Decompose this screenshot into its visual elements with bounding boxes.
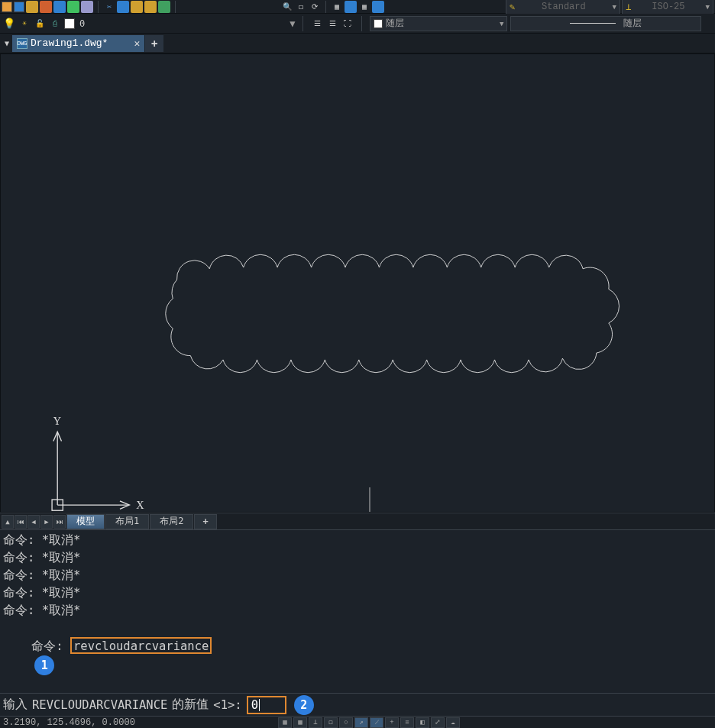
linetype-dropdown[interactable]: 随层: [510, 16, 701, 31]
status-coords: 3.2190, 125.4696, 0.0000: [3, 717, 135, 728]
cloud-icon[interactable]: ☁: [446, 717, 460, 728]
polar-toggle-icon[interactable]: ◻: [324, 717, 338, 728]
prompt-varname: REVCLOUDARCVARIANCE: [32, 698, 167, 712]
layout-nav-next[interactable]: ▶: [40, 515, 53, 529]
swatch-icon[interactable]: [14, 2, 24, 12]
layer-tool-icon[interactable]: ☰: [326, 18, 338, 30]
layout-nav-last[interactable]: ⏭: [53, 515, 66, 529]
command-input[interactable]: 0: [247, 696, 286, 714]
lock-icon[interactable]: 🔓: [34, 18, 46, 30]
new-tab-button[interactable]: +: [145, 35, 163, 52]
typed-command-highlight: revcloudarcvariance: [70, 637, 212, 654]
prompt-default: <1>:: [213, 698, 241, 712]
lineweight-icon[interactable]: ≡: [400, 717, 414, 728]
dyn-toggle-icon[interactable]: ⟋: [370, 717, 383, 728]
svg-text:Y: Y: [53, 415, 61, 427]
text-style-value: Standard: [542, 2, 586, 12]
svg-text:X: X: [136, 499, 144, 511]
dim-style-dropdown[interactable]: ⟂ ISO-25 ▼: [622, 0, 713, 15]
layer-tool-icon[interactable]: ☰: [311, 18, 323, 30]
command-input-value: 0: [251, 698, 258, 712]
separator: [98, 1, 99, 13]
layout-nav-first[interactable]: ⏮: [15, 515, 27, 529]
tool-icon[interactable]: ⟳: [309, 1, 321, 13]
color-dropdown[interactable]: 随层 ▼: [370, 16, 507, 31]
annotation-badge-1: 1: [34, 655, 54, 675]
color-label: 随层: [386, 17, 404, 30]
file-tab-bar: ▼ DWG Drawing1.dwg* ✕ +: [0, 34, 715, 53]
crosshair-icon: [337, 487, 403, 512]
prompt-prefix: 输入: [3, 697, 28, 713]
separator: [361, 16, 362, 31]
otrack-toggle-icon[interactable]: ↗: [354, 717, 368, 728]
tool-icon[interactable]: [117, 1, 129, 13]
zoom-icon[interactable]: 🔍: [281, 1, 293, 13]
separator: [302, 16, 303, 31]
annotation-badge-2: 2: [294, 695, 314, 715]
status-toggle-icons: ▦ ▦ ⊥ ◻ ○ ↗ ⟋ + ≡ ◧ ⤢ ☁: [278, 717, 460, 728]
command-input-bar[interactable]: 输入 REVCLOUDARCVARIANCE 的新值 <1>: 0 2: [0, 693, 715, 716]
tool-icon[interactable]: [144, 1, 157, 13]
ortho-toggle-icon[interactable]: ⊥: [309, 717, 322, 728]
prompt-midtext: 的新值: [172, 697, 209, 713]
linetype-label: 随层: [623, 17, 642, 30]
lightbulb-icon[interactable]: 💡: [3, 18, 15, 30]
lwt-toggle-icon[interactable]: +: [385, 717, 399, 728]
tool-icon[interactable]: [53, 1, 66, 13]
history-line: 命令: *取消*: [3, 567, 712, 584]
tool-icon[interactable]: [372, 1, 384, 13]
layout-nav-up[interactable]: ▲: [2, 515, 14, 529]
tab-layout2[interactable]: 布局2: [150, 514, 193, 529]
history-line: 命令: *取消*: [3, 549, 712, 567]
file-tab-name: Drawing1.dwg*: [31, 37, 108, 49]
snap-toggle-icon[interactable]: ▦: [293, 717, 307, 728]
tool-icon[interactable]: [26, 1, 38, 13]
revision-cloud: [166, 254, 620, 372]
status-bar: 3.2190, 125.4696, 0.0000 ▦ ▦ ⊥ ◻ ○ ↗ ⟋ +…: [0, 716, 715, 728]
tab-layout1[interactable]: 布局1: [105, 514, 149, 529]
osnap-toggle-icon[interactable]: ○: [339, 717, 353, 728]
tool-icon[interactable]: [345, 1, 357, 13]
layer-name: 0: [79, 18, 85, 29]
toolbar-top: ✂ 🔍 ◻ ⟳ ▦ ▦ ✎ Standard ▼ ⟂ ISO-25 ▼: [0, 0, 715, 14]
drawing-canvas[interactable]: Y X: [0, 53, 715, 513]
file-tab-active[interactable]: DWG Drawing1.dwg* ✕: [12, 35, 144, 52]
linetype-preview: [570, 23, 616, 24]
canvas-svg: Y X: [1, 54, 714, 512]
command-history: 命令: *取消* 命令: *取消* 命令: *取消* 命令: *取消* 命令: …: [0, 529, 715, 693]
print-icon[interactable]: ⎙: [49, 18, 61, 30]
tool-icon[interactable]: [67, 1, 79, 13]
tab-list-toggle[interactable]: ▼: [2, 38, 12, 49]
grid-toggle-icon[interactable]: ▦: [278, 717, 292, 728]
separator: [175, 1, 176, 13]
swatch-icon[interactable]: [2, 2, 12, 12]
tab-model[interactable]: 模型: [66, 514, 105, 529]
tool-icon[interactable]: ▦: [331, 1, 343, 13]
tab-add-layout[interactable]: +: [194, 514, 216, 529]
tool-icon[interactable]: [40, 1, 52, 13]
tool-icon[interactable]: [158, 1, 170, 13]
sun-icon[interactable]: ☀: [18, 18, 31, 30]
history-line-typed: 命令: revcloudarcvariance 1: [3, 620, 712, 693]
layout-tab-bar: ▲ ⏮ ◀ ▶ ⏭ 模型 布局1 布局2 +: [0, 513, 715, 529]
dim-style-value: ISO-25: [652, 2, 684, 12]
tool-icon[interactable]: ▦: [358, 1, 370, 13]
separator: [325, 1, 326, 13]
close-tab-icon[interactable]: ✕: [134, 37, 140, 50]
tool-icon[interactable]: [131, 1, 143, 13]
tool-icon[interactable]: ◻: [295, 1, 307, 13]
layout-nav-prev[interactable]: ◀: [28, 515, 40, 529]
model-paper-icon[interactable]: ◧: [416, 717, 429, 728]
dwg-file-icon: DWG: [17, 38, 28, 49]
toolbar-layers: 💡 ☀ 🔓 ⎙ 0 ▼ ☰ ☰ ⛶ 随层 ▼ 随层: [0, 14, 715, 34]
color-swatch-icon: [374, 19, 383, 28]
cut-icon[interactable]: ✂: [103, 1, 115, 13]
layer-tool-icon[interactable]: ⛶: [341, 18, 354, 30]
history-line: 命令: *取消*: [3, 602, 712, 620]
text-style-dropdown[interactable]: ✎ Standard ▼: [506, 0, 620, 15]
tool-icon[interactable]: [81, 1, 93, 13]
annoscale-icon[interactable]: ⤢: [431, 717, 445, 728]
text-cursor: [259, 699, 260, 711]
history-line: 命令: *取消*: [3, 532, 712, 549]
layer-color-swatch[interactable]: [64, 18, 75, 29]
